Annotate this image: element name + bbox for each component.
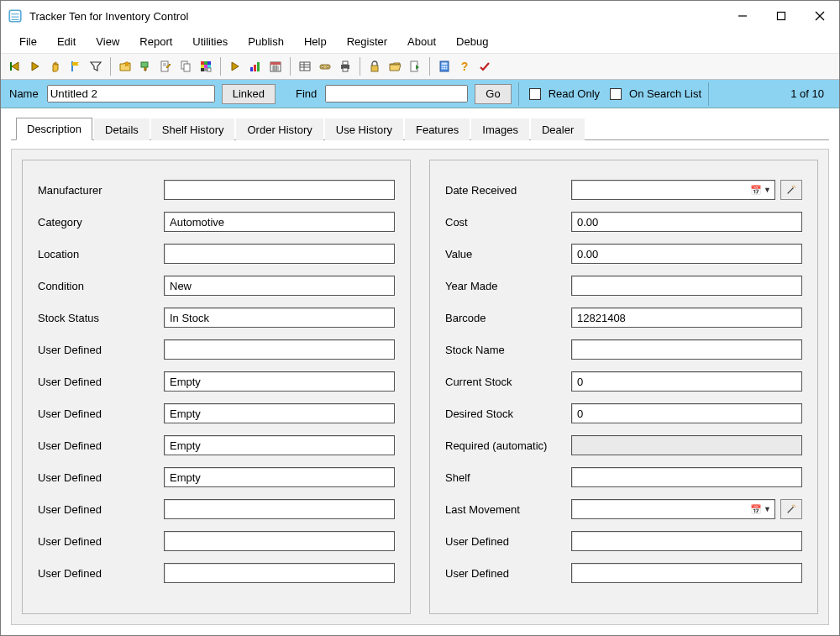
onsearch-checkbox-wrap[interactable]: On Search List (606, 86, 701, 102)
tb-table-icon[interactable] (296, 57, 314, 76)
tb-copy-icon[interactable] (176, 57, 195, 76)
tab-features[interactable]: Features (405, 118, 470, 140)
maximize-button[interactable] (762, 1, 801, 31)
right-input-9[interactable] (571, 467, 802, 487)
tb-help-icon[interactable]: ? (455, 57, 474, 76)
right-input-12[interactable] (571, 563, 802, 583)
find-input[interactable] (325, 85, 468, 102)
tab-images[interactable]: Images (471, 118, 529, 140)
menu-report[interactable]: Report (129, 32, 182, 51)
menu-register[interactable]: Register (337, 32, 397, 51)
left-row-12: User Defined (38, 557, 395, 589)
linked-button[interactable]: Linked (222, 84, 276, 104)
left-input-0[interactable] (164, 180, 395, 200)
left-label-4: Stock Status (38, 312, 164, 324)
left-label-6: User Defined (38, 376, 164, 388)
svg-rect-36 (300, 62, 310, 71)
right-input-7[interactable] (571, 403, 802, 423)
close-button[interactable] (801, 1, 839, 31)
right-date-input-10[interactable]: 📅▼ (571, 499, 775, 519)
right-input-3[interactable] (571, 276, 802, 296)
tb-export-icon[interactable] (406, 57, 424, 76)
tb-tape-icon[interactable] (316, 57, 334, 76)
left-input-4[interactable] (164, 307, 395, 328)
right-wand-button-10[interactable] (780, 499, 802, 519)
left-input-1[interactable] (164, 212, 395, 232)
right-input-2[interactable] (571, 244, 802, 264)
left-input-7[interactable] (164, 403, 395, 423)
right-label-4: Barcode (445, 312, 571, 324)
tb-flag-icon[interactable] (66, 57, 85, 76)
svg-rect-52 (446, 66, 448, 67)
menu-help[interactable]: Help (294, 32, 337, 51)
tab-shelf-history[interactable]: Shelf History (151, 118, 235, 140)
left-input-12[interactable] (164, 563, 395, 583)
tb-chart-icon[interactable] (246, 57, 265, 76)
right-wand-button-0[interactable] (780, 180, 802, 200)
menu-debug[interactable]: Debug (446, 32, 498, 51)
right-date-input-0[interactable]: 📅▼ (571, 180, 775, 200)
menu-edit[interactable]: Edit (47, 32, 86, 51)
left-label-12: User Defined (38, 567, 164, 580)
left-input-10[interactable] (164, 499, 395, 519)
left-row-1: Category (38, 206, 395, 238)
tb-check-icon[interactable] (475, 57, 494, 76)
tb-folder-star-icon[interactable] (116, 57, 134, 76)
right-date-wrap-10: 📅▼ (571, 499, 802, 519)
svg-rect-50 (442, 66, 444, 67)
tb-print-icon[interactable] (336, 57, 354, 76)
tb-doc-pencil-icon[interactable] (156, 57, 175, 76)
svg-point-41 (322, 66, 324, 68)
right-row-8: Required (automatic) (445, 429, 802, 461)
svg-rect-21 (207, 65, 211, 68)
svg-rect-24 (207, 68, 211, 71)
tab-use-history[interactable]: Use History (325, 118, 403, 140)
left-label-11: User Defined (38, 535, 164, 548)
readonly-checkbox[interactable] (529, 88, 541, 100)
left-input-6[interactable] (164, 371, 395, 392)
right-input-11[interactable] (571, 531, 802, 551)
left-input-3[interactable] (164, 276, 395, 296)
left-input-8[interactable] (164, 435, 395, 455)
tab-description[interactable]: Description (16, 118, 92, 140)
menu-about[interactable]: About (397, 32, 446, 51)
menu-view[interactable]: View (86, 32, 129, 51)
tb-folder-open-icon[interactable] (386, 57, 404, 76)
menu-file[interactable]: File (9, 32, 47, 51)
right-input-5[interactable] (571, 339, 802, 360)
onsearch-checkbox[interactable] (610, 88, 622, 100)
tb-calendar-icon[interactable] (266, 57, 285, 76)
svg-rect-8 (10, 62, 12, 71)
tab-dealer[interactable]: Dealer (531, 118, 585, 140)
minimize-button[interactable] (723, 1, 762, 31)
menu-utilities[interactable]: Utilities (182, 32, 238, 51)
tb-next2-icon[interactable] (226, 57, 244, 76)
tb-hand-icon[interactable] (46, 57, 65, 76)
right-date-wrap-0: 📅▼ (571, 180, 802, 200)
calendar-icon: 📅 (750, 185, 762, 196)
left-input-11[interactable] (164, 531, 395, 551)
tb-lock-icon[interactable] (365, 57, 384, 76)
tb-next-icon[interactable] (26, 57, 45, 76)
tab-details[interactable]: Details (94, 118, 150, 140)
left-input-2[interactable] (164, 244, 395, 264)
right-input-1[interactable] (571, 212, 802, 232)
tb-paint-icon[interactable] (136, 57, 155, 76)
name-input[interactable] (47, 85, 215, 102)
tb-prev-icon[interactable] (6, 57, 24, 76)
readonly-checkbox-wrap[interactable]: Read Only (526, 86, 600, 102)
tb-colorgrid-icon[interactable] (197, 57, 215, 76)
left-label-2: Location (38, 248, 164, 260)
right-input-4[interactable] (571, 307, 802, 328)
go-button[interactable]: Go (475, 84, 511, 104)
tab-order-history[interactable]: Order History (236, 118, 323, 140)
svg-rect-26 (254, 65, 256, 71)
tb-calculator-icon[interactable] (435, 57, 454, 76)
left-input-9[interactable] (164, 467, 395, 487)
right-input-6[interactable] (571, 371, 802, 392)
menu-publish[interactable]: Publish (238, 32, 294, 51)
right-input-8 (571, 435, 802, 455)
left-input-5[interactable] (164, 339, 395, 360)
app-window: Tracker Ten for Inventory Control File E… (0, 0, 840, 636)
tb-filter-icon[interactable] (87, 57, 105, 76)
